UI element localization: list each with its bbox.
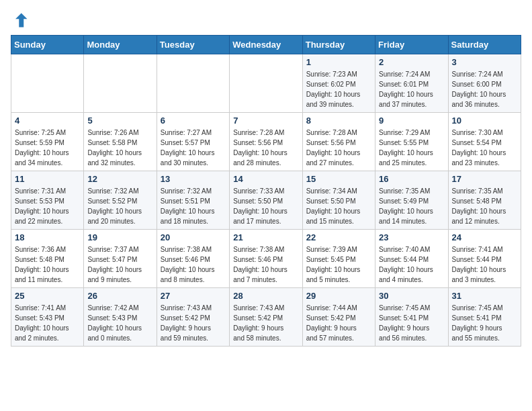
calendar-cell: 18Sunrise: 7:36 AM Sunset: 5:48 PM Dayli… [11,230,84,288]
week-row-5: 25Sunrise: 7:41 AM Sunset: 5:43 PM Dayli… [11,288,521,347]
calendar-cell: 9Sunrise: 7:29 AM Sunset: 5:55 PM Daylig… [375,113,448,171]
calendar-cell [11,54,84,113]
day-number: 11 [15,174,80,184]
day-number: 6 [161,116,226,126]
day-info: Sunrise: 7:28 AM Sunset: 5:56 PM Dayligh… [233,128,298,168]
day-number: 9 [379,116,444,126]
day-info: Sunrise: 7:32 AM Sunset: 5:52 PM Dayligh… [87,186,152,226]
day-info: Sunrise: 7:33 AM Sunset: 5:50 PM Dayligh… [233,186,298,226]
day-info: Sunrise: 7:43 AM Sunset: 5:42 PM Dayligh… [233,303,298,343]
weekday-header-sunday: Sunday [11,36,84,54]
day-number: 22 [306,232,371,242]
day-info: Sunrise: 7:37 AM Sunset: 5:47 PM Dayligh… [87,244,152,285]
day-number: 4 [15,116,80,126]
day-info: Sunrise: 7:40 AM Sunset: 5:44 PM Dayligh… [379,244,444,285]
calendar-table: SundayMondayTuesdayWednesdayThursdayFrid… [11,35,521,347]
calendar-cell: 10Sunrise: 7:30 AM Sunset: 5:54 PM Dayli… [448,113,521,171]
calendar-cell: 12Sunrise: 7:32 AM Sunset: 5:52 PM Dayli… [84,171,157,230]
logo-icon [11,11,30,30]
day-number: 2 [379,57,444,67]
calendar-cell: 30Sunrise: 7:45 AM Sunset: 5:41 PM Dayli… [375,288,448,347]
day-info: Sunrise: 7:25 AM Sunset: 5:59 PM Dayligh… [15,128,80,168]
day-number: 31 [452,291,517,301]
weekday-header-wednesday: Wednesday [230,36,302,54]
weekday-header-row: SundayMondayTuesdayWednesdayThursdayFrid… [11,36,521,54]
calendar-cell: 7Sunrise: 7:28 AM Sunset: 5:56 PM Daylig… [230,113,302,171]
week-row-1: 1Sunrise: 7:23 AM Sunset: 6:02 PM Daylig… [11,54,521,113]
day-number: 17 [452,174,517,184]
day-number: 30 [379,291,444,301]
calendar-cell: 19Sunrise: 7:37 AM Sunset: 5:47 PM Dayli… [84,230,157,288]
day-number: 12 [87,174,152,184]
calendar-cell [84,54,157,113]
week-row-3: 11Sunrise: 7:31 AM Sunset: 5:53 PM Dayli… [11,171,521,230]
calendar-cell: 6Sunrise: 7:27 AM Sunset: 5:57 PM Daylig… [157,113,229,171]
day-info: Sunrise: 7:30 AM Sunset: 5:54 PM Dayligh… [452,128,517,168]
calendar-cell: 11Sunrise: 7:31 AM Sunset: 5:53 PM Dayli… [11,171,84,230]
calendar-cell: 24Sunrise: 7:41 AM Sunset: 5:44 PM Dayli… [448,230,521,288]
day-info: Sunrise: 7:41 AM Sunset: 5:43 PM Dayligh… [15,303,80,343]
day-info: Sunrise: 7:24 AM Sunset: 6:01 PM Dayligh… [379,69,444,109]
calendar-cell: 4Sunrise: 7:25 AM Sunset: 5:59 PM Daylig… [11,113,84,171]
day-number: 25 [15,291,80,301]
day-info: Sunrise: 7:31 AM Sunset: 5:53 PM Dayligh… [15,186,80,226]
day-info: Sunrise: 7:34 AM Sunset: 5:50 PM Dayligh… [306,186,371,226]
calendar-cell: 29Sunrise: 7:44 AM Sunset: 5:42 PM Dayli… [302,288,375,347]
calendar-cell: 2Sunrise: 7:24 AM Sunset: 6:01 PM Daylig… [375,54,448,113]
calendar-cell: 8Sunrise: 7:28 AM Sunset: 5:56 PM Daylig… [302,113,375,171]
weekday-header-saturday: Saturday [448,36,521,54]
calendar-cell: 3Sunrise: 7:24 AM Sunset: 6:00 PM Daylig… [448,54,521,113]
page-header [11,11,521,30]
day-info: Sunrise: 7:27 AM Sunset: 5:57 PM Dayligh… [161,128,226,168]
day-number: 21 [233,232,298,242]
logo [11,11,32,30]
weekday-header-friday: Friday [375,36,448,54]
weekday-header-tuesday: Tuesday [157,36,229,54]
day-info: Sunrise: 7:43 AM Sunset: 5:42 PM Dayligh… [161,303,226,343]
day-number: 1 [306,57,371,67]
calendar-cell: 28Sunrise: 7:43 AM Sunset: 5:42 PM Dayli… [230,288,302,347]
day-number: 19 [87,232,152,242]
day-info: Sunrise: 7:44 AM Sunset: 5:42 PM Dayligh… [306,303,371,343]
day-number: 15 [306,174,371,184]
day-number: 24 [452,232,517,242]
day-number: 8 [306,116,371,126]
day-number: 28 [233,291,298,301]
day-info: Sunrise: 7:45 AM Sunset: 5:41 PM Dayligh… [452,303,517,343]
weekday-header-monday: Monday [84,36,157,54]
calendar-cell [157,54,229,113]
calendar-cell: 25Sunrise: 7:41 AM Sunset: 5:43 PM Dayli… [11,288,84,347]
day-info: Sunrise: 7:39 AM Sunset: 5:45 PM Dayligh… [306,244,371,285]
day-number: 14 [233,174,298,184]
calendar-cell: 15Sunrise: 7:34 AM Sunset: 5:50 PM Dayli… [302,171,375,230]
day-number: 10 [452,116,517,126]
day-number: 7 [233,116,298,126]
day-info: Sunrise: 7:29 AM Sunset: 5:55 PM Dayligh… [379,128,444,168]
day-info: Sunrise: 7:23 AM Sunset: 6:02 PM Dayligh… [306,69,371,109]
calendar-cell: 14Sunrise: 7:33 AM Sunset: 5:50 PM Dayli… [230,171,302,230]
day-number: 29 [306,291,371,301]
day-number: 23 [379,232,444,242]
day-info: Sunrise: 7:24 AM Sunset: 6:00 PM Dayligh… [452,69,517,109]
calendar-cell: 31Sunrise: 7:45 AM Sunset: 5:41 PM Dayli… [448,288,521,347]
calendar-cell: 20Sunrise: 7:38 AM Sunset: 5:46 PM Dayli… [157,230,229,288]
day-info: Sunrise: 7:32 AM Sunset: 5:51 PM Dayligh… [161,186,226,226]
day-info: Sunrise: 7:35 AM Sunset: 5:48 PM Dayligh… [452,186,517,226]
week-row-2: 4Sunrise: 7:25 AM Sunset: 5:59 PM Daylig… [11,113,521,171]
calendar-cell: 21Sunrise: 7:38 AM Sunset: 5:46 PM Dayli… [230,230,302,288]
day-info: Sunrise: 7:35 AM Sunset: 5:49 PM Dayligh… [379,186,444,226]
weekday-header-thursday: Thursday [302,36,375,54]
calendar-cell: 17Sunrise: 7:35 AM Sunset: 5:48 PM Dayli… [448,171,521,230]
calendar-cell: 22Sunrise: 7:39 AM Sunset: 5:45 PM Dayli… [302,230,375,288]
day-number: 27 [161,291,226,301]
day-info: Sunrise: 7:41 AM Sunset: 5:44 PM Dayligh… [452,244,517,285]
day-number: 13 [161,174,226,184]
day-number: 18 [15,232,80,242]
calendar-cell: 23Sunrise: 7:40 AM Sunset: 5:44 PM Dayli… [375,230,448,288]
day-info: Sunrise: 7:38 AM Sunset: 5:46 PM Dayligh… [161,244,226,285]
day-number: 20 [161,232,226,242]
day-number: 5 [87,116,152,126]
day-number: 26 [87,291,152,301]
calendar-cell: 27Sunrise: 7:43 AM Sunset: 5:42 PM Dayli… [157,288,229,347]
calendar-cell: 16Sunrise: 7:35 AM Sunset: 5:49 PM Dayli… [375,171,448,230]
